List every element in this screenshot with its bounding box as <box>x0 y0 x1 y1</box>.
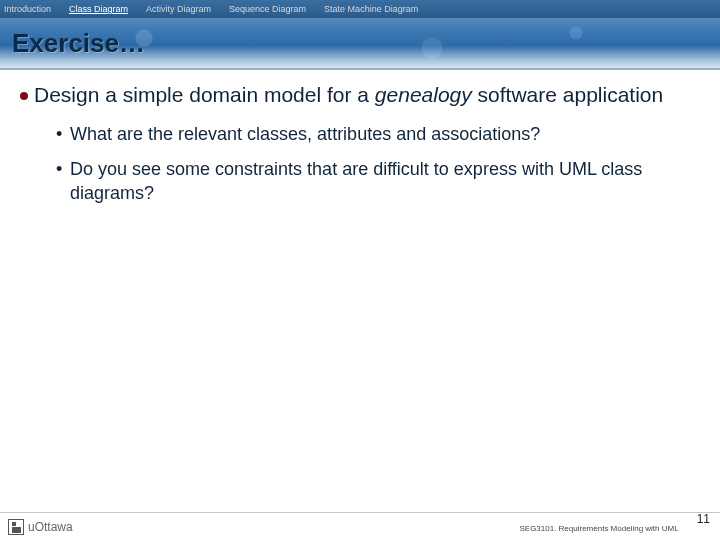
nav-introduction[interactable]: Introduction <box>4 4 51 14</box>
main-bullet: Design a simple domain model for a genea… <box>20 82 700 108</box>
sub-bullet: What are the relevant classes, attribute… <box>56 122 700 146</box>
course-label: SEG3101. Requirements Modeling with UML <box>519 524 678 533</box>
building-icon <box>8 519 24 535</box>
nav-sequence-diagram[interactable]: Sequence Diagram <box>229 4 306 14</box>
bullet-lead: Design a simple domain model for a <box>34 83 375 106</box>
slide-content: Design a simple domain model for a genea… <box>0 70 720 205</box>
slide-footer: uOttawa SEG3101. Requirements Modeling w… <box>0 512 720 540</box>
nav-class-diagram[interactable]: Class Diagram <box>69 4 128 14</box>
footer-right: SEG3101. Requirements Modeling with UML … <box>519 520 710 534</box>
bullet-emph: genealogy <box>375 83 472 106</box>
page-number: 11 <box>697 512 710 526</box>
university-logo: uOttawa <box>8 519 73 535</box>
nav-activity-diagram[interactable]: Activity Diagram <box>146 4 211 14</box>
slide-title: Exercise… <box>0 18 720 59</box>
sub-bullet: Do you see some constraints that are dif… <box>56 157 700 206</box>
top-nav: Introduction Class Diagram Activity Diag… <box>0 0 720 18</box>
sub-bullet-list: What are the relevant classes, attribute… <box>56 122 700 205</box>
bullet-tail: software application <box>472 83 663 106</box>
bullet-dot-icon <box>20 92 28 100</box>
nav-state-machine-diagram[interactable]: State Machine Diagram <box>324 4 418 14</box>
logo-text: uOttawa <box>28 520 73 534</box>
title-band: Exercise… <box>0 18 720 68</box>
